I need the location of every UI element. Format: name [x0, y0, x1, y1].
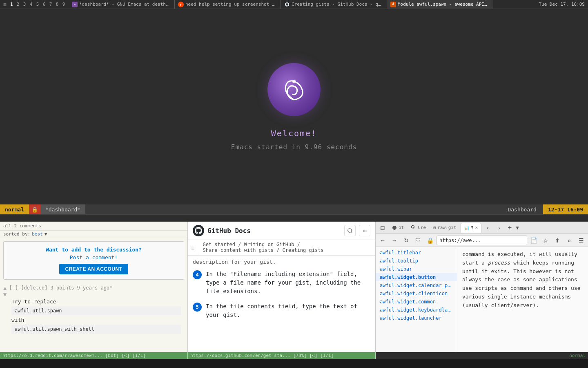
ff-reload-button[interactable]: ↻ [401, 235, 412, 246]
sidebar-item-widget-clienticon[interactable]: awful.widget.clienticon [376, 289, 457, 298]
ff-back-button[interactable]: ← [377, 235, 388, 246]
gh-content: description for your gist. 4 In the "Fil… [188, 256, 375, 352]
ff-bookmark-button[interactable]: ☆ [540, 235, 551, 246]
ws-4[interactable]: 4 [28, 0, 34, 9]
ff-status-normal: normal [569, 353, 586, 358]
sidebar-item-wibar[interactable]: awful.wibar [376, 265, 457, 273]
panel-awesome-docs: ⊟ ot Cre ⊡ raw.git 📊 M × ‹ › [376, 222, 588, 359]
gh-nav-row: ≡ Get started / Writing on GitHub / Shar… [188, 240, 375, 256]
breadcrumb-4[interactable]: Creating gists [283, 247, 324, 253]
svg-point-1 [292, 80, 296, 83]
reddit-comment-body: Try to replace awful.util.spawn with awf… [3, 298, 184, 334]
upvote-icon[interactable]: ▲ [3, 285, 7, 291]
gh-docs-search-button[interactable] [344, 225, 356, 236]
ff-tab-rawgit-icon: ⊡ [433, 225, 436, 230]
ff-url-text: https://awe... [439, 238, 481, 243]
breadcrumb-2[interactable]: Writing on GitHub [244, 242, 294, 247]
breadcrumb-sep-2: / [297, 242, 300, 247]
gh-description: description for your gist. [193, 259, 370, 265]
workspace-numbers: ⊞ 1 2 3 4 5 6 7 8 9 [0, 0, 69, 9]
ff-lock-button[interactable]: 🔒 [425, 235, 435, 246]
ff-shield-button[interactable]: 🛡 [413, 235, 423, 246]
gh-breadcrumb: Get started / Writing on GitHub / Share … [198, 240, 328, 255]
sidebar-item-titlebar[interactable]: awful.titlebar [376, 249, 457, 257]
ff-tab-close[interactable]: × [475, 225, 478, 231]
ff-share-button[interactable]: ⬆ [552, 235, 563, 246]
breadcrumb-1[interactable]: Get started [203, 242, 235, 247]
reddit-statusbar: https://old.reddit.com/r/awesomewm... [b… [0, 352, 187, 359]
ff-main-content-text: command is executed, it will usually sta… [457, 247, 588, 352]
ws-6[interactable]: 6 [41, 0, 47, 9]
ff-new-tab[interactable]: + [505, 223, 514, 232]
tab-awesome[interactable]: A Module awful.spawn - awesome API docum… [387, 0, 493, 9]
ws-3[interactable]: 3 [21, 0, 28, 9]
emacs-area: Welcome! Emacs started in 9.96 seconds [0, 9, 588, 204]
ws-8[interactable]: 8 [54, 0, 60, 9]
ff-next-tab[interactable]: › [494, 223, 504, 233]
reddit-favicon: r [178, 2, 184, 7]
sidebar-item-tooltip[interactable]: awful.tooltip [376, 257, 457, 265]
tab-bar: ⊞ 1 2 3 4 5 6 7 8 9 *dashboard* - GNU Em… [0, 0, 588, 9]
ff-url-bar[interactable]: https://awe... [437, 236, 527, 245]
reddit-code-1: awful.util.spawn [11, 306, 181, 315]
sidebar-item-widget-calendar[interactable]: awful.widget.calendar_pop [376, 281, 457, 289]
sidebar-item-widget-keyboard[interactable]: awful.widget.keyboardlayc [376, 306, 457, 314]
reddit-create-account-button[interactable]: CREATE AN ACCOUNT [59, 264, 128, 274]
awesome-favicon: A [390, 2, 396, 7]
panels: all 2 comments sorted by: best ▼ Want to… [0, 222, 588, 359]
reddit-sort: sorted by: best ▼ [0, 231, 187, 238]
ff-nav-bar: ← → ↻ 🛡 🔒 https://awe... 📄 ☆ ⬆ » ☰ [376, 234, 588, 247]
ff-reader-button[interactable]: 📄 [528, 235, 539, 246]
breadcrumb-sep-3: / [276, 247, 282, 253]
datetime: Tue Dec 17, 16:09 [535, 2, 588, 7]
ff-tab-rawgit-label: raw.git [437, 225, 456, 230]
breadcrumb-sep-1: / [238, 242, 244, 247]
ff-menu-button[interactable]: ☰ [576, 235, 586, 246]
ws-5[interactable]: 5 [34, 0, 41, 9]
gh-statusbar: https://docs.github.com/en/get-sta... [7… [188, 352, 375, 359]
ff-forward-button[interactable]: → [389, 235, 400, 246]
ff-tab-list[interactable]: ▼ [516, 225, 519, 231]
ff-tab-cre[interactable]: Cre [408, 223, 429, 233]
reddit-sort-best[interactable]: best [32, 231, 43, 237]
gh-nav-menu[interactable]: ≡ [188, 243, 198, 253]
reddit-sort-label: sorted by: [3, 231, 30, 237]
gh-step-5: 5 In the file contents field, type the t… [193, 302, 370, 319]
ws-9[interactable]: 9 [60, 0, 67, 9]
modeline: normal 🔒 *dashboard* Dashboard 12-17 16:… [0, 204, 588, 214]
github-logo [193, 225, 204, 236]
panel-github-docs: GitHub Docs ⋯ ≡ Get started / Writing on… [188, 222, 376, 359]
ff-more-button[interactable]: » [564, 235, 575, 246]
minibuffer [0, 214, 588, 222]
mode-spacer [85, 204, 501, 214]
ws-icon: ⊞ [2, 0, 8, 9]
ff-tab-rawgit[interactable]: ⊡ raw.git [430, 223, 459, 233]
mode-time: 12-17 16:09 [543, 204, 588, 214]
ff-sidebar-toggle[interactable]: ⊟ [377, 223, 388, 233]
ws-7[interactable]: 7 [47, 0, 54, 9]
mode-buffer: *dashboard* [40, 204, 85, 214]
downvote-icon[interactable]: ▼ [3, 291, 7, 298]
tab-github[interactable]: Creating gists - GitHub Docs - qutebrows… [281, 0, 387, 9]
mode-lock: 🔒 [29, 204, 40, 214]
sidebar-item-widget-button[interactable]: awful.widget.button [376, 273, 457, 281]
ff-statusbar: normal [376, 352, 588, 359]
ff-tab-ot[interactable]: ot [389, 223, 407, 233]
ws-2[interactable]: 2 [15, 0, 21, 9]
mode-section: Dashboard [501, 204, 543, 214]
breadcrumb-3[interactable]: Share content with gists [203, 247, 273, 253]
ws-1[interactable]: 1 [8, 0, 15, 9]
tab-emacs[interactable]: *dashboard* - GNU Emacs at deathscythe [69, 0, 175, 9]
ff-prev-tab[interactable]: ‹ [482, 223, 493, 233]
reddit-post-link[interactable]: Post a comment! [70, 254, 118, 260]
ff-tab-m[interactable]: 📊 M × [461, 223, 482, 233]
ff-tab-cre-label: Cre [418, 225, 426, 230]
sidebar-item-widget-common[interactable]: awful.widget.common [376, 298, 457, 306]
emacs-favicon [72, 2, 78, 7]
gh-docs-title: GitHub Docs [207, 227, 341, 235]
tab-reddit[interactable]: r need help setting up screenshot hotkey… [175, 0, 281, 9]
mode-indicator: normal [0, 204, 29, 214]
sidebar-item-widget-launcher[interactable]: awful.widget.launcher [376, 314, 457, 322]
gh-docs-more-button[interactable]: ⋯ [359, 225, 370, 236]
ff-tab-m-label: M [471, 225, 474, 231]
